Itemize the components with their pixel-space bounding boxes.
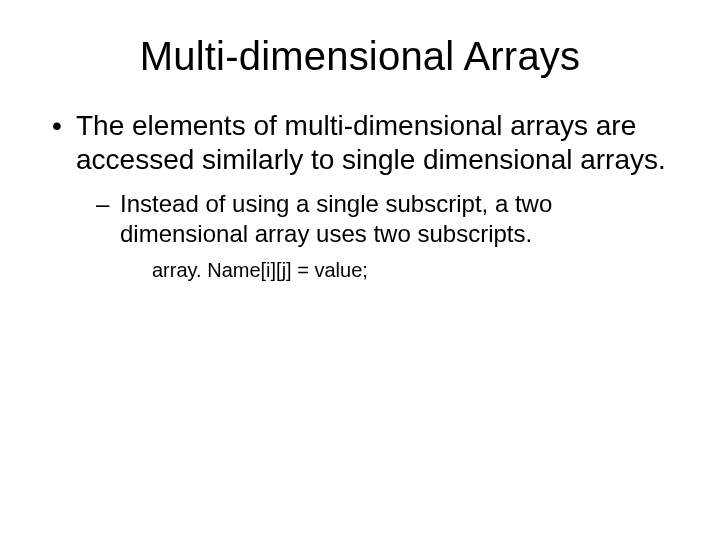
list-item: The elements of multi-dimensional arrays… [48, 109, 672, 282]
bullet-list-level2: Instead of using a single subscript, a t… [76, 189, 672, 282]
slide-title: Multi-dimensional Arrays [48, 34, 672, 79]
bullet-list-level1: The elements of multi-dimensional arrays… [48, 109, 672, 282]
list-item: array. Name[i][j] = value; [152, 258, 672, 282]
bullet-text: Instead of using a single subscript, a t… [120, 190, 552, 246]
bullet-list-level3: array. Name[i][j] = value; [120, 258, 672, 282]
list-item: Instead of using a single subscript, a t… [92, 189, 672, 282]
code-text: array. Name[i][j] = value; [152, 259, 368, 281]
bullet-text: The elements of multi-dimensional arrays… [76, 110, 666, 175]
slide: Multi-dimensional Arrays The elements of… [0, 0, 720, 540]
